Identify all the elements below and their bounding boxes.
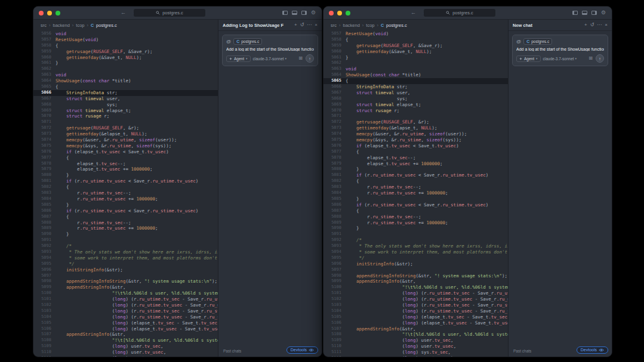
code-line[interactable]: 5080 } xyxy=(323,166,508,172)
code-line[interactable]: 5083 r.ru_utime.tv_sec--; xyxy=(33,190,218,196)
line-number[interactable]: 5084 xyxy=(33,196,56,202)
line-number[interactable]: 5057 xyxy=(323,31,346,37)
code-line[interactable]: 5090 } xyxy=(323,225,508,231)
code-line[interactable]: 5092 /* xyxy=(323,237,508,243)
line-number[interactable]: 5064 xyxy=(33,78,56,84)
line-number[interactable]: 5094 xyxy=(323,249,346,255)
line-number[interactable]: 5087 xyxy=(323,208,346,214)
code-line[interactable]: 5056void xyxy=(33,31,218,37)
toggle-left-dock-icon[interactable] xyxy=(572,11,578,15)
code-line[interactable]: 5065{ xyxy=(33,84,218,90)
breadcrumb-dir[interactable]: tcop xyxy=(76,23,84,28)
code-line[interactable]: 5081 if (r.ru_utime.tv_usec < Save_r.ru_… xyxy=(323,172,508,178)
line-number[interactable]: 5098 xyxy=(323,273,346,279)
code-line[interactable]: 5086 if (r.ru_stime.tv_usec < Save_r.ru_… xyxy=(323,202,508,208)
code-line[interactable]: 5059 getrusage(RUSAGE_SELF, &Save_r); xyxy=(323,43,508,49)
line-number[interactable]: 5107 xyxy=(323,326,346,332)
code-line[interactable]: 5071 xyxy=(323,113,508,119)
settings-gear-icon[interactable]: ⚙ xyxy=(601,10,606,16)
new-chat-icon[interactable]: + xyxy=(294,23,297,27)
breadcrumb-dir[interactable]: src xyxy=(331,23,337,28)
code-line[interactable]: 5103 (long) (r.ru_stime.tv_sec - Save_r.… xyxy=(323,302,508,308)
code-line[interactable]: 5061} xyxy=(323,55,508,61)
send-message-button[interactable]: ↑ xyxy=(596,54,604,63)
attach-image-icon[interactable]: ⊞ xyxy=(588,56,593,61)
code-line[interactable]: 5068 sys; xyxy=(323,96,508,102)
line-number[interactable]: 5079 xyxy=(323,161,346,167)
code-line[interactable]: 5099 appendStringInfo(&str, xyxy=(323,279,508,284)
code-line[interactable]: 5075 memcpy(&sys, &r.ru_stime, sizeof(sy… xyxy=(33,143,218,149)
code-line[interactable]: 5070 struct rusage r; xyxy=(33,113,218,119)
code-line[interactable]: 5095 */ xyxy=(323,255,508,261)
line-number[interactable]: 5110 xyxy=(323,344,346,349)
code-line[interactable]: 5059 getrusage(RUSAGE_SELF, &Save_r); xyxy=(33,49,218,55)
line-number[interactable]: 5067 xyxy=(33,96,56,102)
line-number[interactable]: 5092 xyxy=(323,237,346,243)
line-number[interactable]: 5107 xyxy=(33,332,56,338)
context-file-chip[interactable]: C postgres.c xyxy=(233,38,262,45)
code-line[interactable]: 5072 getrusage(RUSAGE_SELF, &r); xyxy=(33,125,218,131)
settings-gear-icon[interactable]: ⚙ xyxy=(311,10,316,16)
code-line[interactable]: 5068 sys; xyxy=(33,102,218,108)
more-options-icon[interactable]: ⋯ xyxy=(307,23,312,27)
zoom-window-button[interactable] xyxy=(346,11,350,16)
code-line[interactable]: 5073 gettimeofday(&elapse_t, NULL); xyxy=(323,125,508,131)
line-number[interactable]: 5064 xyxy=(323,72,346,78)
code-line[interactable]: 5082 { xyxy=(33,184,218,190)
code-line[interactable]: 5097 xyxy=(323,267,508,273)
line-number[interactable]: 5070 xyxy=(33,113,56,119)
code-line[interactable]: 5091 xyxy=(323,231,508,237)
mention-at-icon[interactable]: @ xyxy=(516,39,521,44)
code-line[interactable]: 5083 r.ru_utime.tv_sec--; xyxy=(323,184,508,190)
line-number[interactable]: 5102 xyxy=(33,302,56,308)
line-number[interactable]: 5078 xyxy=(323,155,346,161)
code-line[interactable]: 5077 { xyxy=(323,149,508,155)
code-line[interactable]: 5104 (long) (r.ru_stime.tv_usec - Save_r… xyxy=(323,308,508,314)
code-line[interactable]: 5087 { xyxy=(33,214,218,220)
line-number[interactable]: 5085 xyxy=(33,202,56,208)
code-line[interactable]: 5090 } xyxy=(33,231,218,237)
code-line[interactable]: 5074 memcpy(&user, &r.ru_utime, sizeof(u… xyxy=(323,131,508,137)
line-number[interactable]: 5089 xyxy=(323,220,346,226)
line-number[interactable]: 5091 xyxy=(33,237,56,243)
devtools-badge[interactable]: Devtools xyxy=(286,346,318,354)
breadcrumb-dir[interactable]: src xyxy=(41,23,47,28)
code-line[interactable]: 5069 struct timeval elapse_t; xyxy=(33,108,218,114)
line-number[interactable]: 5104 xyxy=(323,308,346,314)
line-number[interactable]: 5060 xyxy=(323,49,346,55)
code-line[interactable]: 5102 (long) (r.ru_utime.tv_usec - Save_r… xyxy=(323,296,508,302)
toggle-left-dock-icon[interactable] xyxy=(282,11,288,15)
code-line[interactable]: 5095 */ xyxy=(33,261,218,267)
line-number[interactable]: 5074 xyxy=(33,137,56,143)
line-number[interactable]: 5105 xyxy=(323,314,346,320)
zoom-window-button[interactable] xyxy=(56,11,60,16)
line-number[interactable]: 5071 xyxy=(33,119,56,125)
code-line[interactable]: 5106 (long) (elapse_t.tv_usec - Save_t.t… xyxy=(33,326,218,332)
code-line[interactable]: 5066 StringInfoData str; xyxy=(323,84,508,90)
breadcrumb-file[interactable]: postgres.c xyxy=(96,23,117,28)
line-number[interactable]: 5065 xyxy=(323,78,346,84)
code-line[interactable]: 5076 if (elapse_t.tv_usec < Save_t.tv_us… xyxy=(33,149,218,155)
nav-back-icon[interactable]: ← xyxy=(411,10,416,16)
line-number[interactable]: 5063 xyxy=(33,72,56,78)
code-line[interactable]: 5096 initStringInfo(&str); xyxy=(33,267,218,273)
line-number[interactable]: 5098 xyxy=(33,279,56,284)
line-number[interactable]: 5060 xyxy=(33,55,56,61)
line-number[interactable]: 5109 xyxy=(323,338,346,344)
code-line[interactable]: 5089 r.ru_stime.tv_usec += 1000000; xyxy=(323,220,508,226)
line-number[interactable]: 5086 xyxy=(33,208,56,214)
line-number[interactable]: 5077 xyxy=(33,155,56,161)
attach-image-icon[interactable]: ⊞ xyxy=(298,56,303,61)
line-number[interactable]: 5058 xyxy=(323,37,346,43)
code-line[interactable]: 5071 xyxy=(33,119,218,125)
code-line[interactable]: 5064ShowUsage(const char *title) xyxy=(323,72,508,78)
code-line[interactable]: 5084 r.ru_utime.tv_usec += 1000000; xyxy=(323,190,508,196)
line-number[interactable]: 5108 xyxy=(33,338,56,344)
code-line[interactable]: 5079 elapse_t.tv_usec += 1000000; xyxy=(33,166,218,172)
line-number[interactable]: 5082 xyxy=(33,184,56,190)
past-chats-link[interactable]: Past chats xyxy=(223,349,241,353)
code-line[interactable]: 5104 (long) (r.ru_stime.tv_usec - Save_r… xyxy=(33,314,218,320)
line-number[interactable]: 5099 xyxy=(323,279,346,284)
code-line[interactable]: 5067 struct timeval user, xyxy=(33,96,218,102)
line-number[interactable]: 5065 xyxy=(33,84,56,90)
